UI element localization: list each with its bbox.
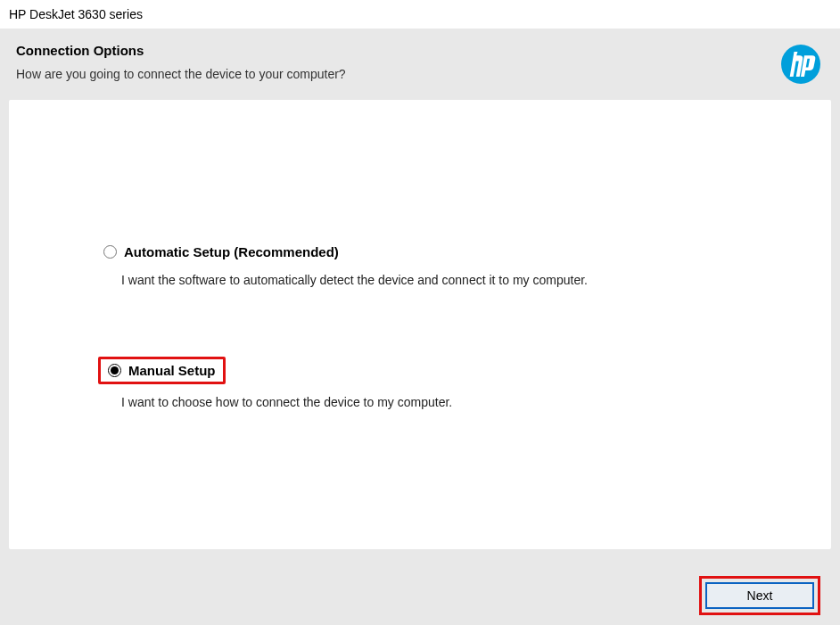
highlight-next: Next — [699, 576, 820, 615]
option-automatic-desc: I want the software to automatically det… — [121, 273, 742, 287]
hp-logo-icon — [781, 45, 820, 87]
header: Connection Options How are you going to … — [0, 29, 840, 100]
content-panel: Automatic Setup (Recommended) I want the… — [9, 100, 831, 549]
next-button[interactable]: Next — [705, 582, 814, 609]
radio-automatic[interactable] — [103, 245, 117, 259]
window-title: HP DeskJet 3630 series — [0, 0, 840, 29]
option-manual: Manual Setup I want to choose how to con… — [98, 357, 742, 409]
page-heading: Connection Options — [16, 43, 346, 58]
option-automatic: Automatic Setup (Recommended) I want the… — [98, 243, 742, 287]
highlight-manual: Manual Setup — [98, 357, 226, 384]
option-manual-label[interactable]: Manual Setup — [128, 363, 216, 378]
option-automatic-label[interactable]: Automatic Setup (Recommended) — [124, 244, 339, 259]
radio-manual[interactable] — [108, 364, 121, 377]
page-subheading: How are you going to connect the device … — [16, 67, 346, 81]
option-manual-desc: I want to choose how to connect the devi… — [121, 395, 742, 409]
footer: Next — [0, 563, 840, 625]
